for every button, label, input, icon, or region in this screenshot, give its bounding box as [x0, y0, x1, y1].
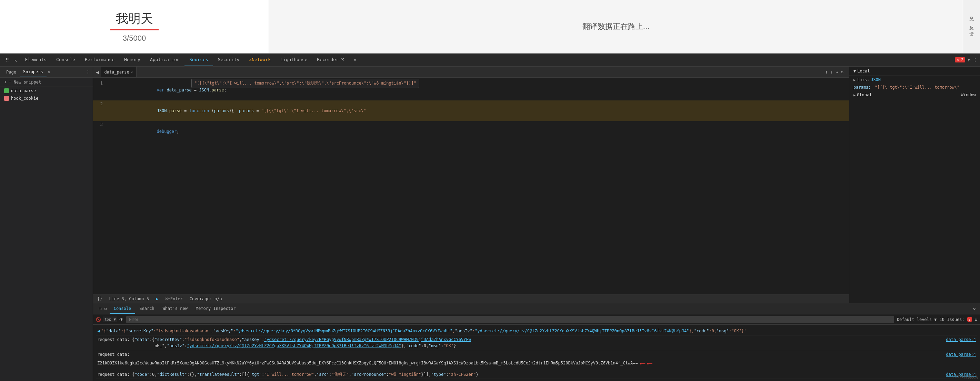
gear-icon[interactable]: ⚙ [975, 317, 977, 322]
settings-icon[interactable]: ⚙ [968, 57, 970, 62]
snippet-data-parse[interactable]: data_parse [0, 87, 93, 94]
code-line-3: 3 debugger; [93, 121, 849, 142]
bottom-tabs: ⊡ ⊘ Console Search What's new Memory Ins… [93, 303, 980, 314]
console-area: ◀ '{"data":{"secretKey":"fsdsogkndfokaso… [93, 325, 980, 381]
tooltip-text: "[[{\"tgt\":\"I will... tomorrow\",\"src… [194, 81, 416, 86]
file-ref-2[interactable]: data_parse:4 [942, 336, 976, 343]
sidebar-tabs: Page Snippets » ⋮ [0, 67, 93, 78]
right-panel: ▼ Local ▶ this: JSON params: "[[{\"tgt\"… [849, 67, 980, 303]
run-button[interactable]: ▶ [156, 297, 158, 301]
filter-bar: 🚫 top ▼ 👁 Default levels ▼ 10 Issues: 2 … [93, 314, 980, 325]
pointer-icon[interactable]: ↖ [12, 57, 20, 63]
status-bar: {} Line 3, Column 5 ▶ ⌘+Enter Coverage: … [93, 294, 849, 303]
translation-status: 翻译数据正在路上... [582, 21, 649, 32]
close-bottom-icon[interactable]: ✕ [973, 306, 976, 312]
filter-ban-icon[interactable]: 🚫 [96, 317, 101, 322]
bottom-section: ⊡ ⊘ Console Search What's new Memory Ins… [93, 303, 980, 381]
snippet-name-hook-cookie: hook_cookie [11, 96, 38, 101]
tab-performance[interactable]: Performance [80, 54, 119, 66]
console-line-3: request data: Z21kD9ZK1ke6ugku2ccWuuwRmp… [96, 350, 977, 370]
tab-recorder[interactable]: Recorder ⌥ [312, 54, 348, 66]
tab-elements[interactable]: Elements [20, 54, 51, 66]
tab-more[interactable]: » [349, 54, 361, 66]
tab-lighthouse[interactable]: Lighthouse [275, 54, 312, 66]
editor-area: ◀ data_parse ✕ ↑ ↓ → ⊙ [93, 67, 849, 303]
page-left: 我明天 3/5000 [0, 0, 269, 53]
console-arrow-1: ◀ [97, 328, 100, 334]
grid-icon[interactable]: ⠿ [3, 57, 12, 63]
editor-right-split: ◀ data_parse ✕ ↑ ↓ → ⊙ [93, 67, 980, 303]
scope-global: ▶ Global Window [849, 91, 980, 99]
nav-up-icon[interactable]: ↑ [825, 70, 827, 75]
bottom-tabs-right: ✕ [973, 306, 977, 312]
page-right: 翻译数据正在路上... [269, 0, 963, 53]
editor-tabs: ◀ data_parse ✕ ↑ ↓ → ⊙ [93, 67, 849, 78]
snippet-icon-green [4, 88, 9, 93]
left-sidebar: Page Snippets » ⋮ + + New snippet data_p… [0, 67, 93, 381]
red-underline [110, 29, 159, 30]
tab-application[interactable]: Application [145, 54, 185, 66]
coverage-label: Coverage: n/a [190, 297, 222, 301]
step-icon[interactable]: → [836, 70, 838, 75]
collapse-icon[interactable]: ◀ [96, 69, 99, 75]
side-button-2[interactable]: 反馈 [969, 25, 974, 37]
tab-sources[interactable]: Sources [185, 54, 213, 66]
page-area: 我明天 3/5000 翻译数据正在路上... 见 反馈 [0, 0, 980, 54]
editor-tab-label: data_parse [104, 70, 129, 75]
filter-eye-icon[interactable]: 👁 [119, 317, 123, 322]
global-val: Window [961, 92, 976, 97]
console-icon[interactable]: ⊡ [99, 306, 101, 312]
issues-label: 10 Issues: [939, 317, 964, 322]
sidebar-menu-icon[interactable]: ⋮ [86, 70, 90, 75]
snippet-hook-cookie[interactable]: hook_cookie [0, 94, 93, 102]
watermark: CSDN @吴秋淡 [953, 375, 978, 379]
tab-whats-new[interactable]: What's new [159, 303, 192, 314]
sidebar-tab-snippets[interactable]: Snippets [20, 67, 46, 77]
levels-button[interactable]: Default levels ▼ [897, 317, 937, 322]
console-text-1: '{"data":{"secretKey":"fsdsogkndfokasodn… [101, 328, 746, 334]
console-text-4: request data: {"code":0,"dictResult":{},… [97, 371, 478, 378]
curly-brackets-icon[interactable]: {} [97, 297, 102, 301]
scope-local-header: ▼ Local [849, 67, 980, 76]
snippet-icon-green2 [4, 96, 9, 101]
filter-input[interactable] [126, 316, 894, 323]
inspect-icon[interactable]: ⊙ [841, 70, 843, 75]
console-line-2: request data: {"data":{"secretKey":"fsds… [96, 335, 977, 350]
tab-memory-inspector[interactable]: Memory Inspector [192, 303, 240, 314]
side-button-1[interactable]: 见 [969, 16, 974, 22]
editor-tab-data-parse[interactable]: data_parse ✕ [101, 67, 136, 77]
sidebar-tab-more[interactable]: » [48, 70, 50, 75]
chinese-title: 我明天 [116, 10, 153, 27]
console-text-2: request data: {"data":{"secretKey":"fsds… [97, 336, 471, 349]
tab-network[interactable]: Network [244, 54, 275, 66]
tab-security[interactable]: Security [213, 54, 245, 66]
clear-icon[interactable]: ⊘ [104, 306, 107, 311]
code-line-2: 2 JSON.parse = function (params){ params… [93, 100, 849, 121]
sources-layout: Page Snippets » ⋮ + + New snippet data_p… [0, 67, 980, 381]
nav-down-icon[interactable]: ↓ [830, 70, 833, 75]
tab-search[interactable]: Search [135, 303, 158, 314]
close-tab-icon[interactable]: ✕ [131, 70, 133, 74]
tab-memory[interactable]: Memory [119, 54, 145, 66]
editor-toolbar: ↑ ↓ → ⊙ [825, 70, 846, 75]
add-icon: + [4, 80, 6, 84]
more-options-icon[interactable]: ⋮ [973, 57, 977, 62]
devtools-tabbar: ⠿ ↖ Elements Console Performance Memory … [0, 54, 980, 67]
snippet-name-data-parse: data_parse [11, 88, 36, 93]
file-ref-3[interactable]: data_parse:4 [942, 351, 976, 357]
tab-console-bottom[interactable]: Console [110, 303, 135, 314]
sidebar-tab-page[interactable]: Page [3, 67, 20, 77]
tab-console[interactable]: Console [51, 54, 80, 66]
side-buttons: 见 反馈 [963, 0, 980, 53]
console-text-3: request data: Z21kD9ZK1ke6ugku2ccWuuwRmp… [97, 351, 941, 369]
position-label: Line 3, Column 5 [109, 297, 149, 301]
arrow-icon: ▼ [853, 69, 856, 73]
devtools: ⠿ ↖ Elements Console Performance Memory … [0, 54, 980, 381]
filter-icons: 🚫 top ▼ 👁 [96, 316, 123, 322]
code-editor[interactable]: 1 var data_parse = JSON.parse; 2 JSON.pa… [93, 78, 849, 294]
bottom-tab-icons: ⊡ ⊘ [96, 306, 110, 312]
new-snippet-button[interactable]: + + New snippet [0, 78, 93, 87]
filter-top-select[interactable]: top ▼ [103, 316, 117, 322]
issues-badge: 2 [967, 317, 972, 322]
tabs-right-controls: ✕ 2 ⚙ ⋮ [955, 57, 977, 62]
